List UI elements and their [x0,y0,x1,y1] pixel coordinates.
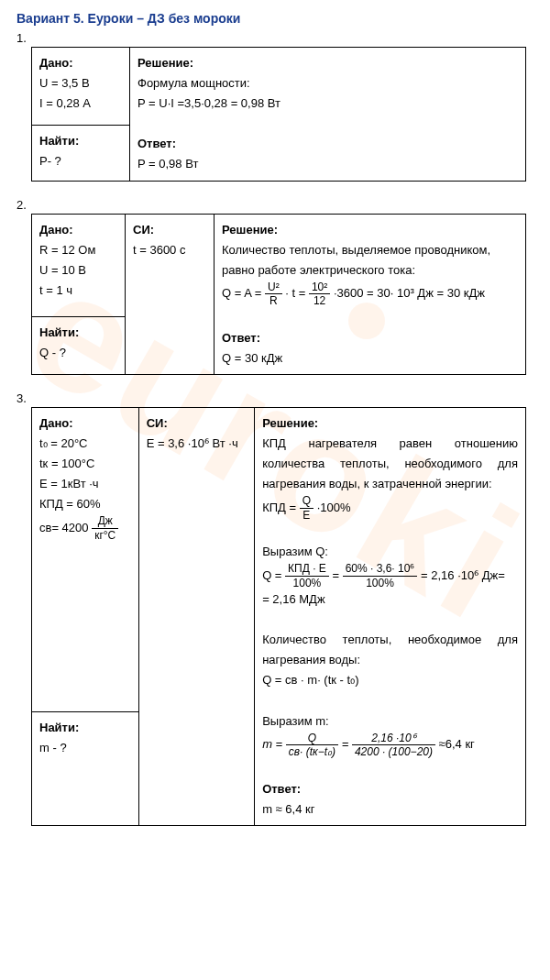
solution-text: Количество теплоты, выделяемое проводник… [222,243,490,277]
find-label: Найти: [39,134,79,148]
frac-den: cв· (tк−t₀) [286,745,338,758]
frac-num: 60% · 3,6· 10⁶ [343,562,418,576]
given-label: Дано: [39,223,73,237]
answer-line: Q = 30 кДж [222,351,282,365]
formula: КПД = QE ·100% [262,501,350,514]
given-line: U = 3,5 В [39,76,90,90]
find-line: Q - ? [39,346,66,359]
formula-part: = [332,568,342,582]
answer-label: Ответ: [222,331,260,345]
frac-num: U² [265,281,282,294]
text: cв= 4200 [39,521,92,534]
formula-part: Q = A = [222,286,265,300]
given-line: I = 0,28 А [39,96,91,110]
frac-den: кг°С [92,529,118,542]
formula: Q = A = U²R · t = 10²12 ·3600 = 30· 10³ … [222,286,485,300]
solution-text: КПД нагревателя равен отношению количест… [262,434,518,494]
given-line: U = 10 В [39,263,86,277]
frac-den: 100% [285,577,329,589]
frac-den: 4200 · (100−20) [352,745,435,758]
given-line: tк = 100°C [39,457,94,470]
frac-num: Q [286,732,338,745]
problem-number-3: 3. [16,391,534,405]
frac-den: 12 [309,294,330,307]
frac-num: Дж [92,514,118,528]
frac-num: 2,16 ·10⁶ [352,732,435,745]
formula-part: ·100% [317,501,351,514]
frac-den: E [300,509,314,522]
given-line: R = 12 Ом [39,243,95,257]
given-line: E = 1кВт ·ч [39,477,99,490]
given-label: Дано: [39,56,73,70]
answer-label: Ответ: [262,782,301,796]
page-title: Вариант 5. Еуроки – ДЗ без мороки [16,11,534,26]
solution-text: Количество теплоты, необходимое для нагр… [262,630,518,670]
si-line: E = 3,6 ·10⁶ Вт ·ч [147,436,238,450]
formula: Q = cв · m· (tк - t₀) [262,673,358,687]
find-line: P- ? [39,154,61,168]
formula: m = Qcв· (tк−t₀) = 2,16 ·10⁶4200 · (100−… [262,737,475,751]
formula: Q = КПД · E100% = 60% · 3,6· 10⁶100% = 2… [262,568,505,582]
frac-num: 10² [309,281,330,294]
solution-label: Решение: [138,56,193,70]
problem-1-box: Дано: U = 3,5 В I = 0,28 А Решение: Форм… [31,47,526,182]
problem-number-2: 2. [16,198,534,212]
given-line: t₀ = 20°C [39,436,87,450]
formula-part: Q = [262,568,285,582]
answer-line: P = 0,98 Вт [138,157,198,171]
given-line: КПД = 60% [39,497,101,511]
formula-part: · t = [285,286,309,300]
formula-part: КПД = [262,501,300,514]
solution-text: Выразим Q: [262,545,328,558]
find-label: Найти: [39,325,79,339]
formula-part: = [342,737,352,751]
problem-number-1: 1. [16,31,534,45]
si-label: СИ: [133,223,154,237]
formula-part: = 2,16 ·10⁶ Дж= [421,568,505,582]
formula-part: ·3600 = 30· 10³ Дж = 30 кДж [334,286,485,300]
si-label: СИ: [147,416,168,430]
find-label: Найти: [39,721,79,734]
solution-line: P = U·I =3,5·0,28 = 0,98 Вт [138,96,280,110]
si-line: t = 3600 с [133,243,185,257]
given-line: t = 1 ч [39,283,72,297]
frac-den: R [265,294,282,307]
given-label: Дано: [39,416,73,430]
frac-num: Q [300,494,314,508]
problem-3-box: Дано: t₀ = 20°C tк = 100°C E = 1кВт ·ч К… [31,407,526,826]
solution-line: Формула мощности: [138,76,250,90]
solution-text: Выразим m: [262,714,329,728]
formula-part: m = [262,737,286,751]
solution-label: Решение: [222,223,278,237]
answer-line: m ≈ 6,4 кг [262,802,314,816]
frac-num: КПД · E [285,562,329,576]
answer-label: Ответ: [138,137,176,150]
problem-2-box: Дано: R = 12 Ом U = 10 В t = 1 ч СИ: t =… [31,214,526,375]
find-line: m - ? [39,741,67,754]
given-line: cв= 4200 Джкг°С [39,521,118,534]
formula-line: = 2,16 МДж [262,592,324,606]
frac-den: 100% [343,577,418,589]
formula-part: ≈6,4 кг [439,737,475,751]
solution-label: Решение: [262,416,318,430]
